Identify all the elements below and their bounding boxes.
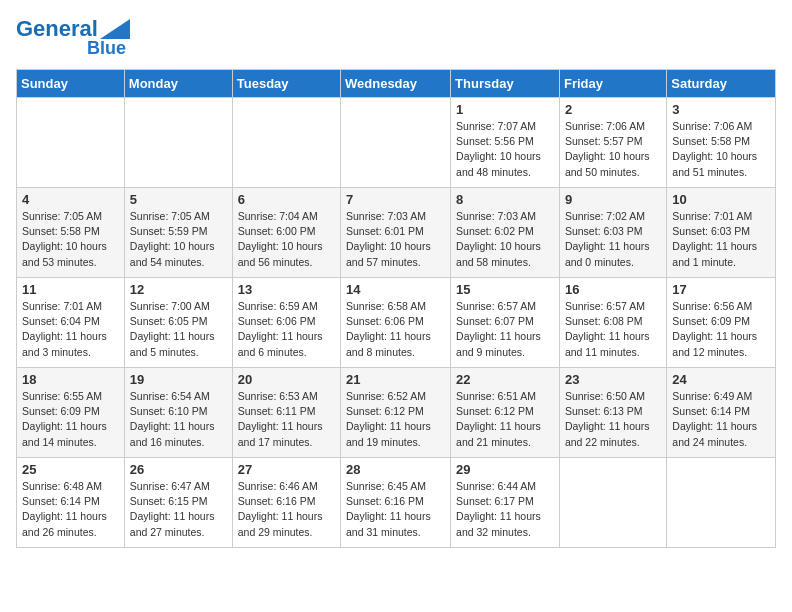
calendar-cell: 15Sunrise: 6:57 AM Sunset: 6:07 PM Dayli… [451,278,560,368]
day-number: 5 [130,192,227,207]
day-number: 10 [672,192,770,207]
weekday-header-wednesday: Wednesday [341,70,451,98]
day-info: Sunrise: 6:50 AM Sunset: 6:13 PM Dayligh… [565,389,661,450]
calendar-cell: 19Sunrise: 6:54 AM Sunset: 6:10 PM Dayli… [124,368,232,458]
logo-icon [100,19,130,39]
day-number: 26 [130,462,227,477]
calendar-cell: 12Sunrise: 7:00 AM Sunset: 6:05 PM Dayli… [124,278,232,368]
day-info: Sunrise: 7:07 AM Sunset: 5:56 PM Dayligh… [456,119,554,180]
calendar-cell: 22Sunrise: 6:51 AM Sunset: 6:12 PM Dayli… [451,368,560,458]
logo: General Blue [16,16,130,59]
day-number: 3 [672,102,770,117]
day-info: Sunrise: 6:52 AM Sunset: 6:12 PM Dayligh… [346,389,445,450]
calendar-cell: 9Sunrise: 7:02 AM Sunset: 6:03 PM Daylig… [559,188,666,278]
day-info: Sunrise: 6:49 AM Sunset: 6:14 PM Dayligh… [672,389,770,450]
calendar-cell [232,98,340,188]
weekday-header-sunday: Sunday [17,70,125,98]
calendar-week-5: 25Sunrise: 6:48 AM Sunset: 6:14 PM Dayli… [17,458,776,548]
calendar-cell: 6Sunrise: 7:04 AM Sunset: 6:00 PM Daylig… [232,188,340,278]
weekday-header-saturday: Saturday [667,70,776,98]
calendar-cell: 5Sunrise: 7:05 AM Sunset: 5:59 PM Daylig… [124,188,232,278]
day-info: Sunrise: 6:51 AM Sunset: 6:12 PM Dayligh… [456,389,554,450]
calendar-cell: 1Sunrise: 7:07 AM Sunset: 5:56 PM Daylig… [451,98,560,188]
calendar-header: SundayMondayTuesdayWednesdayThursdayFrid… [17,70,776,98]
calendar-cell: 20Sunrise: 6:53 AM Sunset: 6:11 PM Dayli… [232,368,340,458]
day-info: Sunrise: 7:06 AM Sunset: 5:58 PM Dayligh… [672,119,770,180]
calendar-cell: 23Sunrise: 6:50 AM Sunset: 6:13 PM Dayli… [559,368,666,458]
day-info: Sunrise: 7:03 AM Sunset: 6:02 PM Dayligh… [456,209,554,270]
day-info: Sunrise: 6:48 AM Sunset: 6:14 PM Dayligh… [22,479,119,540]
calendar-cell: 4Sunrise: 7:05 AM Sunset: 5:58 PM Daylig… [17,188,125,278]
day-info: Sunrise: 7:02 AM Sunset: 6:03 PM Dayligh… [565,209,661,270]
day-number: 11 [22,282,119,297]
calendar-cell [341,98,451,188]
day-info: Sunrise: 6:44 AM Sunset: 6:17 PM Dayligh… [456,479,554,540]
calendar-cell: 14Sunrise: 6:58 AM Sunset: 6:06 PM Dayli… [341,278,451,368]
calendar-cell: 26Sunrise: 6:47 AM Sunset: 6:15 PM Dayli… [124,458,232,548]
calendar-cell: 10Sunrise: 7:01 AM Sunset: 6:03 PM Dayli… [667,188,776,278]
calendar-cell: 16Sunrise: 6:57 AM Sunset: 6:08 PM Dayli… [559,278,666,368]
calendar-cell [17,98,125,188]
day-number: 28 [346,462,445,477]
day-number: 7 [346,192,445,207]
calendar-body: 1Sunrise: 7:07 AM Sunset: 5:56 PM Daylig… [17,98,776,548]
day-number: 6 [238,192,335,207]
day-info: Sunrise: 6:54 AM Sunset: 6:10 PM Dayligh… [130,389,227,450]
day-number: 24 [672,372,770,387]
day-info: Sunrise: 7:05 AM Sunset: 5:59 PM Dayligh… [130,209,227,270]
day-number: 27 [238,462,335,477]
day-number: 4 [22,192,119,207]
day-number: 12 [130,282,227,297]
day-info: Sunrise: 7:01 AM Sunset: 6:04 PM Dayligh… [22,299,119,360]
calendar-cell: 7Sunrise: 7:03 AM Sunset: 6:01 PM Daylig… [341,188,451,278]
calendar-cell: 24Sunrise: 6:49 AM Sunset: 6:14 PM Dayli… [667,368,776,458]
calendar-cell: 28Sunrise: 6:45 AM Sunset: 6:16 PM Dayli… [341,458,451,548]
svg-marker-0 [100,19,130,39]
weekday-header-row: SundayMondayTuesdayWednesdayThursdayFrid… [17,70,776,98]
day-number: 1 [456,102,554,117]
day-info: Sunrise: 7:00 AM Sunset: 6:05 PM Dayligh… [130,299,227,360]
weekday-header-tuesday: Tuesday [232,70,340,98]
day-info: Sunrise: 6:45 AM Sunset: 6:16 PM Dayligh… [346,479,445,540]
day-info: Sunrise: 6:58 AM Sunset: 6:06 PM Dayligh… [346,299,445,360]
calendar-cell: 11Sunrise: 7:01 AM Sunset: 6:04 PM Dayli… [17,278,125,368]
calendar-cell [124,98,232,188]
day-number: 17 [672,282,770,297]
day-info: Sunrise: 6:59 AM Sunset: 6:06 PM Dayligh… [238,299,335,360]
day-number: 8 [456,192,554,207]
calendar-cell [667,458,776,548]
day-info: Sunrise: 6:56 AM Sunset: 6:09 PM Dayligh… [672,299,770,360]
day-info: Sunrise: 6:57 AM Sunset: 6:07 PM Dayligh… [456,299,554,360]
day-number: 16 [565,282,661,297]
calendar-cell: 21Sunrise: 6:52 AM Sunset: 6:12 PM Dayli… [341,368,451,458]
day-info: Sunrise: 6:53 AM Sunset: 6:11 PM Dayligh… [238,389,335,450]
day-number: 25 [22,462,119,477]
calendar-cell: 18Sunrise: 6:55 AM Sunset: 6:09 PM Dayli… [17,368,125,458]
calendar-week-1: 1Sunrise: 7:07 AM Sunset: 5:56 PM Daylig… [17,98,776,188]
day-number: 9 [565,192,661,207]
day-number: 29 [456,462,554,477]
weekday-header-friday: Friday [559,70,666,98]
calendar-cell: 13Sunrise: 6:59 AM Sunset: 6:06 PM Dayli… [232,278,340,368]
day-number: 2 [565,102,661,117]
day-number: 23 [565,372,661,387]
day-info: Sunrise: 6:47 AM Sunset: 6:15 PM Dayligh… [130,479,227,540]
calendar-cell: 2Sunrise: 7:06 AM Sunset: 5:57 PM Daylig… [559,98,666,188]
day-number: 21 [346,372,445,387]
calendar-cell: 3Sunrise: 7:06 AM Sunset: 5:58 PM Daylig… [667,98,776,188]
header: General Blue [16,16,776,59]
calendar-cell: 8Sunrise: 7:03 AM Sunset: 6:02 PM Daylig… [451,188,560,278]
day-number: 19 [130,372,227,387]
logo-blue-text: Blue [87,38,126,59]
calendar-table: SundayMondayTuesdayWednesdayThursdayFrid… [16,69,776,548]
calendar-week-3: 11Sunrise: 7:01 AM Sunset: 6:04 PM Dayli… [17,278,776,368]
calendar-cell: 27Sunrise: 6:46 AM Sunset: 6:16 PM Dayli… [232,458,340,548]
calendar-week-4: 18Sunrise: 6:55 AM Sunset: 6:09 PM Dayli… [17,368,776,458]
day-number: 14 [346,282,445,297]
calendar-cell: 25Sunrise: 6:48 AM Sunset: 6:14 PM Dayli… [17,458,125,548]
day-info: Sunrise: 7:01 AM Sunset: 6:03 PM Dayligh… [672,209,770,270]
day-number: 22 [456,372,554,387]
weekday-header-thursday: Thursday [451,70,560,98]
day-info: Sunrise: 7:05 AM Sunset: 5:58 PM Dayligh… [22,209,119,270]
calendar-week-2: 4Sunrise: 7:05 AM Sunset: 5:58 PM Daylig… [17,188,776,278]
